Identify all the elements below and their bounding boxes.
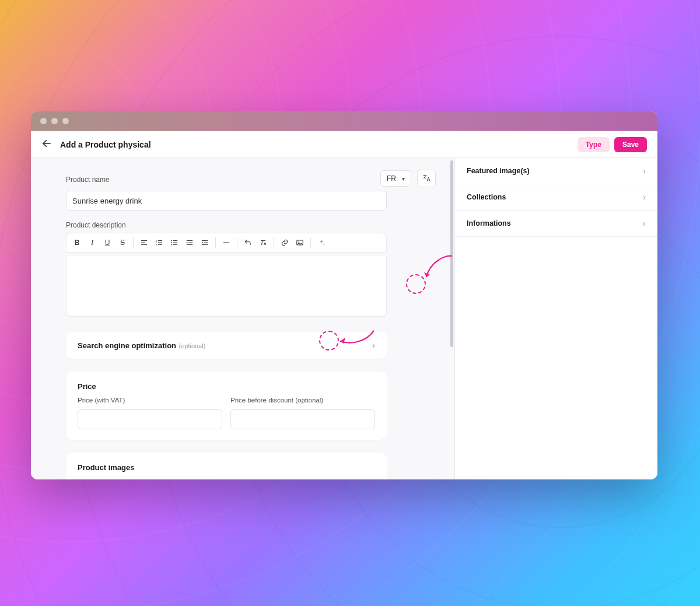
main-column: Product name FR ▾ Product description <box>31 158 450 479</box>
editor-link-button[interactable] <box>278 236 292 250</box>
editor-hr-button[interactable] <box>219 236 233 250</box>
side-item-label: Collections <box>467 193 506 201</box>
editor-indent-button[interactable] <box>183 236 197 250</box>
side-item-collections[interactable]: Collections › <box>455 184 657 211</box>
language-selected-value: FR <box>387 174 396 183</box>
editor-undo-button[interactable] <box>241 236 255 250</box>
editor-italic-button[interactable]: I <box>85 236 99 250</box>
indent-icon <box>186 239 194 247</box>
toolbar-separator <box>310 237 311 248</box>
chevron-right-icon: › <box>643 219 646 228</box>
editor-underline-button[interactable]: U <box>100 236 114 250</box>
window-minimize-dot[interactable] <box>51 118 58 124</box>
window-maximize-dot[interactable] <box>62 118 69 124</box>
product-images-title: Product images <box>78 463 375 472</box>
product-description-label: Product description <box>66 221 436 229</box>
italic-icon: I <box>91 239 93 247</box>
seo-card[interactable]: Search engine optimization (optional) › <box>66 332 387 359</box>
seo-title: Search engine optimization <box>78 341 176 350</box>
window-close-dot[interactable] <box>40 118 47 124</box>
editor-outdent-button[interactable] <box>198 236 212 250</box>
editor-ai-button[interactable] <box>314 236 328 250</box>
description-editor[interactable] <box>66 256 387 317</box>
editor-ordered-list-button[interactable]: 123 <box>152 236 166 250</box>
outdent-icon <box>201 239 209 247</box>
price-before-discount-input[interactable] <box>230 409 375 429</box>
undo-icon <box>244 239 252 247</box>
chevron-right-icon: › <box>372 341 375 350</box>
price-title: Price <box>78 382 375 391</box>
price-before-discount-label: Price before discount (optional) <box>230 397 375 404</box>
page-toolbar: Add a Product physical Type Save <box>31 131 657 158</box>
price-vat-label: Price (with VAT) <box>78 397 222 404</box>
editor-clear-format-button[interactable] <box>256 236 270 250</box>
app-window: Add a Product physical Type Save Product… <box>31 111 657 479</box>
sparkle-icon <box>317 239 326 247</box>
bold-icon: B <box>75 239 80 247</box>
price-card: Price Price (with VAT) Price before disc… <box>66 372 387 440</box>
toolbar-separator <box>274 237 274 248</box>
toolbar-separator <box>133 237 134 248</box>
svg-point-4 <box>171 242 172 243</box>
side-item-featured-images[interactable]: Featured image(s) › <box>455 158 657 184</box>
align-icon <box>140 239 148 247</box>
editor-unordered-list-button[interactable] <box>167 236 181 250</box>
editor-toolbar: B I U S 123 <box>66 233 387 253</box>
unordered-list-icon <box>170 239 178 247</box>
editor-align-button[interactable] <box>137 236 151 250</box>
product-name-label: Product name <box>66 176 110 184</box>
product-name-input[interactable] <box>66 191 387 211</box>
svg-text:3: 3 <box>156 244 157 246</box>
window-titlebar <box>31 111 657 131</box>
page-title: Add a Product physical <box>60 140 151 149</box>
editor-image-button[interactable] <box>293 236 307 250</box>
translate-button[interactable] <box>417 170 436 187</box>
strike-icon: S <box>120 239 125 247</box>
side-panel: Featured image(s) › Collections › Inform… <box>454 158 657 479</box>
link-icon <box>281 239 289 247</box>
chevron-right-icon: › <box>643 192 646 202</box>
side-item-informations[interactable]: Informations › <box>455 211 657 237</box>
chevron-down-icon: ▾ <box>402 176 405 182</box>
image-icon <box>296 239 304 247</box>
seo-optional-label: (optional) <box>178 342 205 349</box>
content-area: Product name FR ▾ Product description <box>31 158 657 479</box>
side-item-label: Informations <box>467 219 511 227</box>
svg-point-3 <box>171 240 172 241</box>
clear-format-icon <box>259 239 267 247</box>
toolbar-separator <box>237 237 237 248</box>
toolbar-separator <box>215 237 216 248</box>
side-item-label: Featured image(s) <box>467 167 530 175</box>
underline-icon: U <box>105 239 110 247</box>
save-button[interactable]: Save <box>614 137 647 152</box>
main-scrollbar[interactable] <box>450 158 454 479</box>
svg-point-7 <box>298 241 299 243</box>
svg-point-5 <box>171 244 172 246</box>
ordered-list-icon: 123 <box>155 239 163 247</box>
chevron-right-icon: › <box>643 166 646 176</box>
type-button[interactable]: Type <box>578 137 610 152</box>
editor-strike-button[interactable]: S <box>116 236 130 250</box>
product-images-card: Product images <box>66 453 387 479</box>
editor-bold-button[interactable]: B <box>70 236 84 250</box>
back-button[interactable] <box>41 138 52 150</box>
translate-icon <box>422 174 431 184</box>
scrollbar-thumb[interactable] <box>450 160 453 347</box>
language-select[interactable]: FR ▾ <box>380 170 411 187</box>
arrow-left-icon <box>41 138 52 149</box>
price-vat-input[interactable] <box>78 409 222 429</box>
horizontal-rule-icon <box>222 239 230 247</box>
